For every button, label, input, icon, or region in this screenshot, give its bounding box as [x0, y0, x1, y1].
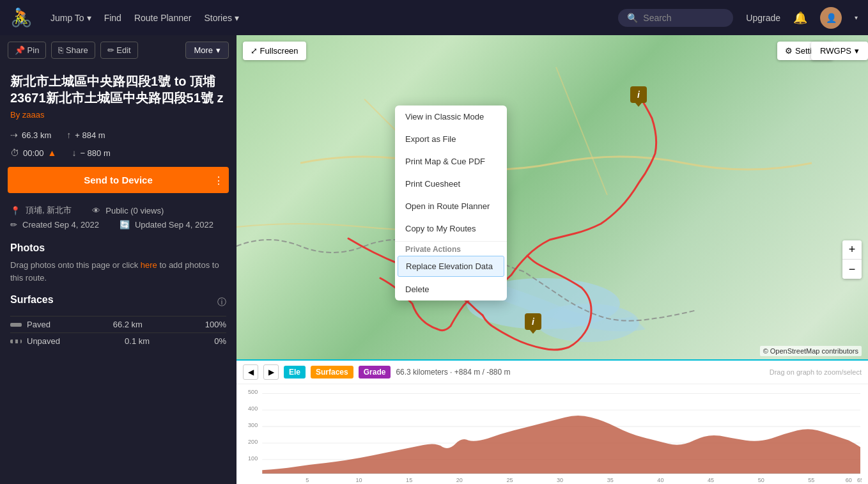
paved-label: Paved: [27, 320, 50, 329]
zoom-in-button[interactable]: +: [842, 240, 862, 260]
pin-button[interactable]: 📌 Pin: [8, 42, 46, 59]
dropdown-print-map[interactable]: Print Map & Cue PDF: [395, 150, 507, 173]
search-icon: 🔍: [627, 13, 638, 23]
elevation-chart-area[interactable]: 500 400 300 200 100 5 10: [236, 384, 868, 483]
dropdown-private-label: Private Actions: [395, 241, 471, 258]
send-to-device-button[interactable]: Send to Device: [8, 167, 229, 193]
created-info: ✏ Created Sep 4, 2022: [10, 220, 99, 230]
route-info: 📍 頂埔, 新北市 👁 Public (0 views) ✏ Created S…: [0, 199, 236, 235]
dropdown-export-file[interactable]: Export as File: [395, 128, 507, 150]
svg-text:20: 20: [456, 477, 463, 483]
more-button[interactable]: More ▾: [185, 42, 229, 59]
grade-badge[interactable]: Grade: [359, 366, 391, 379]
svg-text:60: 60: [846, 477, 852, 483]
search-input[interactable]: [643, 13, 726, 23]
paved-pct: 100%: [205, 320, 226, 329]
nav-stories[interactable]: Stories ▾: [204, 13, 239, 23]
elevation-loss-stat: ↓ − 880 m: [72, 148, 110, 158]
nav-jump-to[interactable]: Jump To ▾: [50, 13, 91, 23]
svg-text:100: 100: [248, 455, 258, 462]
svg-text:65: 65: [857, 477, 862, 483]
author-link[interactable]: zaaas: [22, 110, 45, 120]
svg-text:30: 30: [557, 477, 563, 483]
time-icon: ⏱: [10, 148, 19, 158]
map-marker-3[interactable]: i: [525, 313, 541, 330]
fullscreen-button[interactable]: ⤢ Fullscreen: [243, 42, 306, 60]
route-title-area: 新北市土城區中央路四段1號 to 頂埔 23671新北市土城區中央路四段51號 …: [0, 65, 236, 125]
unpaved-label: Unpaved: [27, 336, 60, 346]
route-author: By zaaas: [10, 110, 226, 120]
unpaved-surface-icon: [10, 340, 22, 343]
svg-text:45: 45: [708, 477, 714, 483]
ele-badge[interactable]: Ele: [284, 366, 306, 379]
upgrade-button[interactable]: Upgrade: [746, 13, 780, 23]
elevation-toolbar: ◀ ▶ Ele Surfaces Grade 66.3 kilometers ·…: [236, 361, 868, 384]
elevation-chart-svg: 500 400 300 200 100 5 10: [243, 384, 862, 483]
info-row-pair-2: ✏ Created Sep 4, 2022 🔄 Updated Sep 4, 2…: [10, 220, 226, 230]
logo-icon[interactable]: 🚴: [10, 7, 33, 28]
surface-row-paved: Paved 66.2 km 100%: [10, 316, 226, 332]
updated-info: 🔄 Updated Sep 4, 2022: [120, 220, 213, 230]
svg-text:200: 200: [248, 439, 258, 445]
svg-text:15: 15: [406, 477, 412, 483]
dropdown-print-cue[interactable]: Print Cuesheet: [395, 173, 507, 195]
main-layout: 📌 Pin ⎘ Share ✏ Edit More ▾ 新北市土城區中央路四段1…: [0, 35, 868, 484]
photos-here-link[interactable]: here: [141, 260, 157, 270]
search-bar[interactable]: 🔍: [618, 9, 733, 27]
drag-hint: Drag on graph to zoom/select: [770, 368, 862, 376]
photos-drag-text: Drag photos onto this page or click here…: [10, 259, 226, 284]
route-title: 新北市土城區中央路四段1號 to 頂埔 23671新北市土城區中央路四段51號 …: [10, 73, 226, 106]
surfaces-section: Surfaces ⓘ Paved 66.2 km 100% Unpaved 0.…: [0, 289, 236, 354]
dropdown-delete[interactable]: Delete: [395, 278, 507, 301]
dropdown-copy-routes[interactable]: Copy to My Routes: [395, 217, 507, 240]
surfaces-title: Surfaces: [10, 294, 54, 306]
svg-text:500: 500: [248, 389, 258, 395]
svg-text:10: 10: [355, 477, 362, 483]
route-stats-row1: ⇢ 66.3 km ↑ + 884 m: [0, 125, 236, 145]
zoom-out-button[interactable]: −: [842, 260, 862, 279]
location-info: 📍 頂埔, 新北市: [10, 205, 72, 216]
nav-route-planner[interactable]: Route Planner: [134, 13, 192, 23]
photos-section: Photos Drag photos onto this page or cli…: [0, 235, 236, 289]
send-device-more-icon[interactable]: ⋮: [213, 174, 224, 186]
map-area[interactable]: i i i ⤢ Fullscreen ⚙ Settings RWGPS ▾ + …: [236, 35, 868, 484]
share-button[interactable]: ⎘ Share: [51, 42, 95, 59]
map-marker-1[interactable]: i: [630, 86, 647, 103]
notifications-icon[interactable]: 🔔: [793, 11, 807, 25]
dropdown-view-classic[interactable]: View in Classic Mode: [395, 105, 507, 128]
svg-text:400: 400: [248, 405, 258, 412]
avatar[interactable]: 👤: [820, 7, 842, 29]
more-dropdown-menu: View in Classic Mode Export as File Prin…: [395, 105, 507, 301]
visibility-info: 👁 Public (0 views): [92, 205, 164, 216]
svg-text:5: 5: [306, 477, 309, 483]
elevation-prev-button[interactable]: ◀: [243, 364, 258, 380]
info-row-pair-1: 📍 頂埔, 新北市 👁 Public (0 views): [10, 205, 226, 216]
svg-text:35: 35: [607, 477, 614, 483]
surfaces-badge[interactable]: Surfaces: [311, 366, 353, 379]
send-device-wrap: Send to Device ⋮: [0, 160, 236, 199]
surfaces-header: Surfaces ⓘ: [10, 294, 226, 311]
svg-text:40: 40: [657, 477, 663, 483]
nav-find[interactable]: Find: [104, 13, 121, 23]
distance-icon: ⇢: [10, 130, 18, 140]
dropdown-replace-elevation[interactable]: Replace Elevation Data: [398, 256, 504, 277]
elevation-next-button[interactable]: ▶: [263, 364, 279, 380]
svg-text:300: 300: [248, 422, 258, 428]
edit-button[interactable]: ✏ Edit: [100, 42, 138, 59]
elevation-gain-stat: ↑ + 884 m: [66, 130, 105, 140]
elevation-panel: ◀ ▶ Ele Surfaces Grade 66.3 kilometers ·…: [236, 359, 868, 484]
time-stat: ⏱ 00:00 ▲: [10, 148, 56, 158]
rwgps-button[interactable]: RWGPS ▾: [811, 42, 868, 60]
avatar-chevron-icon[interactable]: ▾: [855, 14, 858, 21]
unpaved-km: 0.1 km: [125, 336, 150, 346]
osm-credit: © OpenStreetMap contributors: [760, 346, 862, 356]
map-toolbar: ⤢ Fullscreen: [243, 42, 306, 60]
distance-stat: ⇢ 66.3 km: [10, 130, 51, 140]
svg-text:50: 50: [758, 477, 764, 483]
time-alert-icon: ▲: [48, 148, 57, 158]
elevation-gain-icon: ↑: [66, 130, 71, 140]
surfaces-info-icon[interactable]: ⓘ: [217, 297, 226, 308]
paved-km: 66.2 km: [113, 320, 143, 329]
paved-surface-icon: [10, 323, 22, 327]
dropdown-open-planner[interactable]: Open in Route Planner: [395, 195, 507, 217]
